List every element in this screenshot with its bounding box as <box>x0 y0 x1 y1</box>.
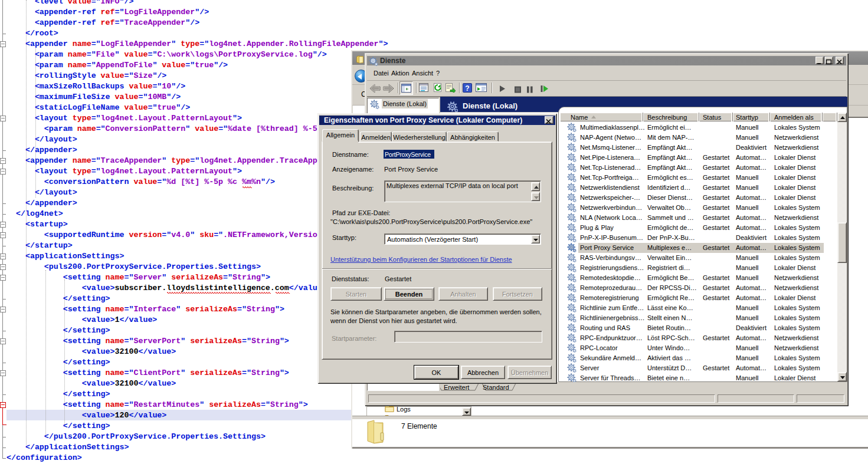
svg-text:?: ? <box>465 84 469 93</box>
